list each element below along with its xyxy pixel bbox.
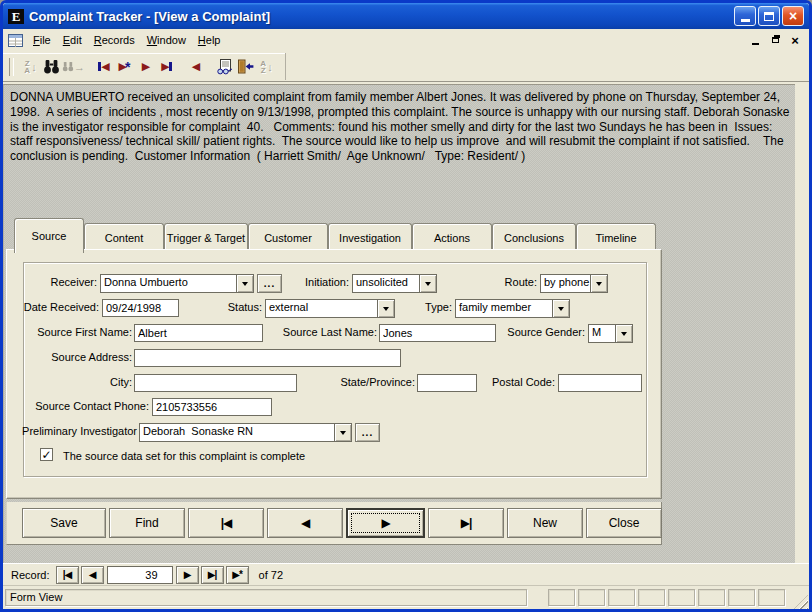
record-label: Record: [11, 569, 50, 581]
type-combobox[interactable]: family member [455, 299, 570, 318]
investigator-browse-button[interactable]: ... [355, 423, 380, 442]
new-record-icon[interactable]: ▶* [114, 56, 135, 78]
checkmark-icon: ✓ [41, 449, 51, 461]
address-label: Source Address: [27, 351, 132, 365]
type-dropdown-arrow-icon[interactable] [552, 300, 569, 317]
record-number-input[interactable] [107, 566, 173, 584]
source-groupbox [23, 262, 647, 477]
sort-descending-icon: ZA↓ [20, 56, 41, 78]
last-record-icon[interactable]: ▶ [156, 56, 177, 78]
record-previous-button[interactable]: ◀ [81, 566, 104, 584]
form-icon [8, 34, 23, 47]
state-label: State/Province: [302, 376, 415, 390]
receiver-combobox[interactable]: Donna Umbuerto [100, 274, 254, 293]
menu-bar: File Edit Records Window Help × [3, 29, 809, 52]
contact-phone-input[interactable] [152, 398, 272, 416]
menu-records[interactable]: Records [88, 31, 141, 50]
receiver-dropdown-arrow-icon[interactable] [236, 275, 253, 292]
last-name-input[interactable] [379, 324, 496, 342]
route-combobox[interactable]: by phone [540, 274, 608, 293]
last-name-label: Source Last Name: [257, 326, 377, 340]
status-panel [548, 589, 575, 606]
tab-trigger-target[interactable]: Trigger & Target [164, 223, 248, 251]
initiation-combobox[interactable]: unsolicited [352, 274, 437, 293]
tab-content[interactable]: Content [84, 223, 164, 251]
gender-combobox[interactable]: M [588, 324, 633, 343]
status-panel [728, 589, 755, 606]
record-count: of 72 [259, 569, 283, 581]
city-input[interactable] [134, 374, 297, 392]
initiation-dropdown-arrow-icon[interactable] [419, 275, 436, 292]
address-input[interactable] [134, 349, 401, 367]
maximize-button[interactable] [758, 6, 780, 26]
first-name-input[interactable] [134, 324, 263, 342]
tab-actions[interactable]: Actions [412, 223, 492, 251]
status-value: external [266, 300, 377, 317]
status-panel [638, 589, 665, 606]
mdi-restore-icon [772, 37, 779, 43]
toolbar-gripper[interactable] [9, 58, 14, 76]
complaint-summary-text: DONNA UMBUERTO received an unsolicited c… [10, 90, 792, 164]
previous-record-icon[interactable]: ◀ [185, 56, 206, 78]
tab-customer[interactable]: Customer [248, 223, 328, 251]
status-panel [578, 589, 605, 606]
first-name-label: Source First Name: [7, 326, 132, 340]
menu-edit[interactable]: Edit [57, 31, 88, 50]
record-next-button[interactable]: ▶ [176, 566, 199, 584]
tab-investigation[interactable]: Investigation [328, 223, 412, 251]
tab-conclusions[interactable]: Conclusions [492, 223, 576, 251]
menu-help[interactable]: Help [192, 31, 227, 50]
city-label: City: [62, 376, 132, 390]
source-complete-checkbox[interactable]: ✓ [40, 448, 53, 461]
route-dropdown-arrow-icon[interactable] [590, 275, 607, 292]
investigator-label: Preliminary Investigator [15, 425, 137, 439]
investigator-dropdown-arrow-icon[interactable] [334, 424, 351, 441]
postal-code-input[interactable] [558, 374, 642, 392]
mdi-minimize-icon [752, 43, 759, 45]
receiver-label: Receiver: [15, 276, 97, 290]
mdi-minimize-button[interactable] [748, 34, 762, 47]
gender-value: M [589, 325, 615, 342]
route-value: by phone [541, 275, 590, 292]
find-icon[interactable] [41, 56, 62, 78]
mdi-restore-button[interactable] [768, 34, 782, 47]
new-button[interactable]: New [507, 508, 583, 538]
close-form-button[interactable]: Close [586, 508, 662, 538]
receiver-value: Donna Umbuerto [101, 275, 236, 292]
mdi-close-button[interactable]: × [788, 34, 802, 47]
state-input[interactable] [417, 374, 477, 392]
resize-grip[interactable] [794, 595, 808, 609]
first-record-icon[interactable]: ◀ [93, 56, 114, 78]
gender-dropdown-arrow-icon[interactable] [615, 325, 632, 342]
menu-file[interactable]: File [27, 31, 57, 50]
first-record-button[interactable]: |◀ [188, 508, 264, 538]
postal-code-label: Postal Code: [482, 376, 555, 390]
record-first-button[interactable]: |◀ [56, 566, 79, 584]
report-icon[interactable] [214, 56, 235, 78]
window-title: Complaint Tracker - [View a Complaint] [29, 9, 732, 24]
tab-timeline[interactable]: Timeline [576, 223, 656, 251]
next-record-button[interactable]: ▶ [346, 508, 425, 538]
record-new-button[interactable]: ▶* [226, 566, 249, 584]
next-record-icon[interactable]: ▶ [135, 56, 156, 78]
record-last-button[interactable]: ▶| [201, 566, 224, 584]
find-button[interactable]: Find [109, 508, 185, 538]
source-complete-label: The source data set for this complaint i… [63, 450, 305, 462]
find-next-icon: → [62, 56, 85, 78]
save-button[interactable]: Save [22, 508, 106, 538]
exit-icon[interactable] [235, 56, 256, 78]
tab-source[interactable]: Source [14, 218, 84, 253]
close-button[interactable]: × [782, 6, 804, 26]
app-icon: E [8, 9, 24, 24]
last-record-button[interactable]: ▶| [428, 508, 504, 538]
status-panel [608, 589, 635, 606]
mdi-close-icon: × [791, 34, 799, 47]
toolbar-band: ZA↓ → ◀ ▶* ▶ ▶ [3, 53, 286, 80]
mdi-window-controls: × [748, 34, 806, 47]
minimize-button[interactable] [734, 6, 756, 26]
investigator-combobox[interactable]: Deborah Sonaske RN [139, 423, 352, 442]
menu-window[interactable]: Window [141, 31, 192, 50]
previous-record-button[interactable]: ◀ [267, 508, 343, 538]
close-icon: × [789, 9, 797, 23]
status-view-panel: Form View [5, 589, 527, 606]
